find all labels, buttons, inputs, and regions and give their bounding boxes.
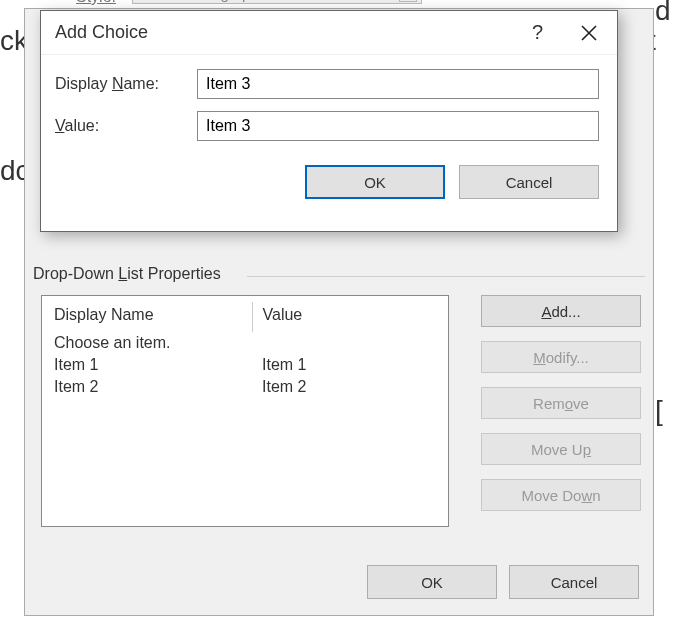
add-choice-dialog: Add Choice ? Display Name: Value: OK Can… bbox=[40, 10, 618, 232]
value-label: Value: bbox=[55, 117, 197, 135]
dropdown-list-section-title: Drop-Down List Properties bbox=[33, 265, 221, 283]
ok-button[interactable]: OK bbox=[367, 565, 497, 599]
list-item[interactable]: Choose an item. bbox=[52, 332, 438, 354]
dropdown-items-listbox[interactable]: Display Name Value Choose an item. Item … bbox=[41, 295, 449, 527]
dialog-title: Add Choice bbox=[55, 22, 148, 43]
display-name-input[interactable] bbox=[197, 69, 599, 99]
titlebar: Add Choice ? bbox=[41, 11, 617, 55]
column-header-value[interactable]: Value bbox=[252, 302, 438, 332]
column-header-display-name[interactable]: Display Name bbox=[52, 302, 252, 332]
list-item[interactable]: Item 2 Item 2 bbox=[52, 376, 438, 398]
move-up-button: Move Up bbox=[481, 433, 641, 465]
close-icon[interactable] bbox=[571, 15, 607, 51]
list-item-name: Item 2 bbox=[52, 376, 252, 398]
list-item-name: Item 1 bbox=[52, 354, 252, 376]
value-input[interactable] bbox=[197, 111, 599, 141]
list-item-value: Item 1 bbox=[252, 354, 438, 376]
cancel-button[interactable]: Cancel bbox=[509, 565, 639, 599]
style-label: Style: bbox=[76, 0, 116, 6]
add-button[interactable]: Add... bbox=[481, 295, 641, 327]
display-name-label: Display Name: bbox=[55, 75, 197, 93]
cancel-button[interactable]: Cancel bbox=[459, 165, 599, 199]
style-combo-value: Default Paragraph Font bbox=[137, 0, 293, 2]
style-combo[interactable]: Default Paragraph Font ▾ bbox=[132, 0, 422, 4]
background-text: d bbox=[655, 0, 671, 27]
chevron-down-icon: ▾ bbox=[399, 0, 417, 2]
list-item[interactable]: Item 1 Item 1 bbox=[52, 354, 438, 376]
remove-button: Remove bbox=[481, 387, 641, 419]
move-down-button: Move Down bbox=[481, 479, 641, 511]
modify-button: Modify... bbox=[481, 341, 641, 373]
background-text: [ bbox=[655, 395, 663, 427]
help-icon[interactable]: ? bbox=[524, 17, 551, 48]
list-item-value bbox=[252, 332, 438, 354]
list-item-name: Choose an item. bbox=[52, 332, 252, 354]
ok-button[interactable]: OK bbox=[305, 165, 445, 199]
list-item-value: Item 2 bbox=[252, 376, 438, 398]
divider bbox=[247, 276, 645, 277]
